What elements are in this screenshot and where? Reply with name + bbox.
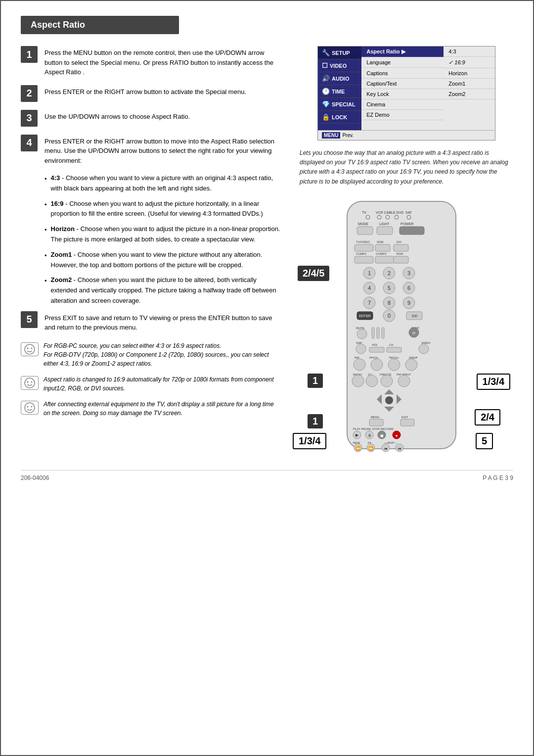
menu-content-empty: [361, 120, 444, 130]
step-text-4: Press ENTER or the RIGHT arrow button to…: [44, 135, 282, 166]
svg-text:⏪: ⏪: [356, 446, 360, 451]
time-icon: 🕐: [322, 88, 330, 95]
svg-rect-65: [382, 328, 384, 338]
note-text-3: After connecting external equipment to t…: [44, 400, 282, 418]
bullet-text-4: Zoom1 - Choose when you want to view the…: [51, 250, 282, 271]
svg-text:◼: ◼: [380, 433, 384, 438]
sidebar-item-audio: 🔊 AUDIO: [318, 72, 361, 85]
note-icon-2: [21, 376, 39, 390]
svg-rect-21: [357, 227, 373, 235]
menu-content-cinema: Cinema: [361, 99, 444, 110]
bullet-label-3: Horizon: [51, 225, 75, 233]
svg-text:100: 100: [411, 314, 417, 318]
menu-sidebar: 🔧 SETUP ☐ VIDEO 🔊 AUDIO: [318, 47, 361, 130]
svg-text:⟳: ⟳: [412, 331, 416, 335]
bullet-dot-2: •: [44, 200, 47, 210]
svg-rect-27: [355, 244, 373, 251]
svg-text:3: 3: [407, 270, 410, 276]
menu-value-169-cell: ✓ 16:9: [444, 57, 495, 68]
step-4: 4 Press ENTER or the RIGHT arrow button …: [21, 135, 282, 166]
menu-value-169: ✓ 16:9: [444, 57, 495, 68]
menu-value-horizon: Horizon: [444, 68, 495, 79]
menu-content-keylock: Key Lock: [361, 89, 444, 99]
menu-label-captions: Captions: [361, 68, 444, 79]
bullet-dot-4: •: [44, 251, 47, 261]
bullet-label-2: 16:9: [51, 200, 64, 207]
svg-point-83: [405, 359, 417, 371]
svg-text:LIGHT: LIGHT: [379, 222, 390, 226]
svg-text:▶: ▶: [356, 433, 359, 437]
sidebar-label-time: TIME: [332, 89, 345, 94]
menu-value-43: 4:3: [444, 47, 495, 57]
svg-text:POWER: POWER: [400, 222, 413, 226]
callout-5-right: 5: [476, 433, 493, 449]
face-icon-1: [23, 344, 37, 355]
svg-text:ENTER: ENTER: [359, 314, 371, 318]
svg-rect-22: [377, 227, 393, 235]
svg-text:⏭: ⏭: [398, 447, 401, 450]
step-number-3: 3: [21, 110, 38, 127]
remote-control-svg: TV VCR CABLE DVD SAT MODE LIGHT POWER: [332, 196, 471, 454]
svg-text:SIDE: SIDE: [377, 240, 384, 243]
svg-point-90: [381, 375, 393, 387]
bullet-item-169: • 16:9 - Choose when you want to adjust …: [44, 199, 282, 220]
sidebar-label-special: SPECIAL: [332, 101, 356, 107]
bullet-text-5: Zoom2 - Choose when you want the picture…: [51, 275, 282, 306]
svg-point-82: [388, 359, 400, 371]
svg-rect-29: [394, 244, 408, 251]
bullet-item-horizon: • Horizon - Choose when you want to adju…: [44, 224, 282, 245]
sidebar-item-lock: 🔒 LOCK: [318, 111, 361, 124]
menu-label-captiontext: Caption/Text: [361, 79, 444, 89]
svg-point-94: [385, 396, 393, 404]
callout-134-bottom: 1/3/4: [293, 433, 326, 449]
footer: 206-04006 P A G E 3 9: [21, 470, 513, 481]
bullet-item-zoom2: • Zoom2 - Choose when you want the pictu…: [44, 275, 282, 306]
menu-value-empty1: [444, 99, 495, 110]
step-number-4: 4: [21, 135, 38, 151]
bullet-dot-3: •: [44, 225, 47, 236]
sidebar-item-time: 🕐 TIME: [318, 85, 361, 98]
svg-point-6: [25, 403, 35, 413]
menu-row-aspect-ratio: Aspect Ratio ▶: [361, 47, 444, 57]
svg-point-80: [354, 359, 365, 371]
bullet-dot-1: •: [44, 174, 47, 185]
menu-screenshot: 🔧 SETUP ☐ VIDEO 🔊 AUDIO: [317, 46, 495, 141]
menu-value-empty3: [444, 120, 495, 130]
svg-text:7: 7: [368, 300, 371, 306]
svg-text:●: ●: [396, 433, 398, 438]
svg-rect-100: [400, 419, 414, 426]
bullet-item-zoom1: • Zoom1 - Choose when you want to view t…: [44, 250, 282, 271]
page: Aspect Ratio 1 Press the MENU button on …: [0, 0, 534, 756]
step-2: 2 Press ENTER or the RIGHT arrow button …: [21, 85, 282, 102]
svg-rect-72: [369, 347, 384, 352]
svg-text:VOL: VOL: [372, 343, 378, 346]
bullet-list: • 4:3 - Choose when you want to view a p…: [44, 173, 282, 306]
footer-left: 206-04006: [21, 474, 49, 481]
menu-content-cell: Aspect Ratio ▶: [361, 47, 444, 57]
svg-text:TV/VIDEO: TV/VIDEO: [356, 240, 370, 243]
callout-1-ratio: 1: [308, 374, 323, 388]
special-icon: 💎: [322, 100, 330, 108]
svg-text:9: 9: [407, 300, 410, 306]
step-text-3: Use the UP/DOWN arrows to choose Aspect …: [44, 110, 190, 122]
menu-btn: MENU: [322, 132, 340, 139]
bullet-item-43: • 4:3 - Choose when you want to view a p…: [44, 173, 282, 194]
svg-text:8: 8: [388, 300, 391, 306]
sidebar-label-setup: SETUP: [332, 50, 350, 56]
menu-row-header: 🔧 SETUP ☐ VIDEO 🔊 AUDIO: [318, 47, 495, 57]
step-number-1: 1: [21, 46, 38, 63]
svg-text:5: 5: [388, 285, 391, 291]
svg-rect-63: [372, 328, 374, 338]
svg-text:6: 6: [407, 285, 410, 291]
bullet-label-5: Zoom2: [51, 276, 72, 284]
svg-text:PLAY PAUSE STOP RECORD: PLAY PAUSE STOP RECORD: [353, 427, 394, 430]
svg-text:1: 1: [368, 270, 371, 276]
notes-section: For RGB-PC source, you can select either…: [21, 341, 282, 418]
step-3: 3 Use the UP/DOWN arrows to choose Aspec…: [21, 110, 282, 127]
caption-text: Lets you choose the way that an analog p…: [300, 148, 513, 187]
svg-point-7: [27, 406, 29, 407]
step-1: 1 Press the MENU button on the remote co…: [21, 46, 282, 77]
step-text-1: Press the MENU button on the remote cont…: [44, 46, 282, 77]
svg-point-5: [31, 381, 33, 382]
svg-text:MODE: MODE: [358, 222, 368, 226]
